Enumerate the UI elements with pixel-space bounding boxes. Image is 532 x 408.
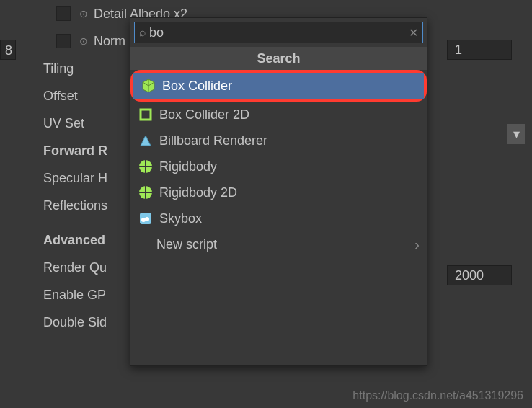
cube-icon bbox=[141, 78, 156, 94]
clear-icon[interactable]: ✕ bbox=[409, 26, 418, 40]
skybox-icon bbox=[138, 210, 154, 226]
chevron-right-icon: › bbox=[414, 236, 420, 253]
dropdown-arrow-icon[interactable]: ▾ bbox=[507, 124, 525, 144]
result-rigidbody[interactable]: Rigidbody bbox=[130, 154, 427, 179]
new-script-item[interactable]: New script › bbox=[130, 231, 427, 257]
property-dot-icon: ⊙ bbox=[79, 8, 88, 19]
normal-value-input[interactable] bbox=[447, 40, 512, 60]
result-box-collider[interactable]: Box Collider bbox=[133, 73, 424, 99]
billboard-icon bbox=[138, 133, 154, 148]
result-billboard-renderer[interactable]: Billboard Renderer bbox=[130, 128, 427, 154]
prop-label: Norm bbox=[94, 34, 125, 49]
result-label: Box Collider bbox=[162, 79, 232, 94]
new-script-label: New script bbox=[156, 237, 217, 252]
result-skybox[interactable]: Skybox bbox=[130, 205, 427, 231]
tutorial-highlight: Box Collider bbox=[130, 70, 427, 102]
spacer bbox=[130, 257, 427, 365]
result-label: Box Collider 2D bbox=[159, 107, 249, 123]
cropped-field[interactable]: 8 bbox=[0, 40, 16, 60]
result-box-collider-2d[interactable]: Box Collider 2D bbox=[130, 102, 427, 128]
search-header: Search bbox=[130, 47, 427, 70]
result-rigidbody-2d[interactable]: Rigidbody 2D bbox=[130, 179, 427, 205]
svg-point-4 bbox=[141, 218, 146, 222]
search-input[interactable] bbox=[149, 25, 409, 40]
checkbox[interactable] bbox=[56, 6, 71, 21]
svg-rect-0 bbox=[141, 110, 151, 120]
svg-point-5 bbox=[145, 217, 149, 221]
square-icon bbox=[138, 107, 154, 123]
result-label: Rigidbody 2D bbox=[159, 185, 237, 200]
add-component-dropdown: ⌕ ✕ Search Box Collider Box Collider 2D … bbox=[130, 17, 427, 366]
render-queue-input[interactable] bbox=[447, 265, 512, 285]
search-icon: ⌕ bbox=[139, 26, 146, 39]
result-label: Rigidbody bbox=[159, 159, 217, 174]
rigidbody-icon bbox=[138, 185, 154, 200]
result-label: Billboard Renderer bbox=[159, 133, 267, 148]
rigidbody-icon bbox=[138, 159, 154, 174]
property-dot-icon: ⊙ bbox=[79, 35, 88, 47]
result-label: Skybox bbox=[159, 211, 202, 226]
checkbox[interactable] bbox=[56, 34, 71, 48]
watermark: https://blog.csdn.net/a451319296 bbox=[353, 389, 523, 402]
search-bar: ⌕ ✕ bbox=[134, 22, 423, 43]
